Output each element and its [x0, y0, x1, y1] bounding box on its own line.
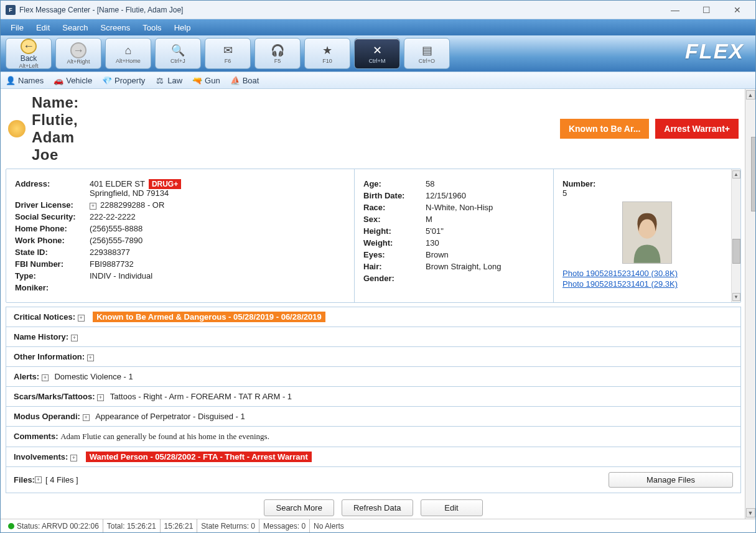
photo-link-1[interactable]: Photo 19052815231400 (30.8K) [562, 269, 732, 278]
mugshot-photo[interactable] [622, 202, 672, 264]
close-button[interactable]: ✕ [728, 5, 747, 15]
category-names[interactable]: 👤Names [6, 75, 44, 85]
section-involvements: Involvements: + Wanted Person - 05/28/20… [6, 447, 741, 467]
window-title: Flex Message Center - [Name - Flutie, Ad… [19, 6, 666, 14]
menu-file[interactable]: File [11, 23, 24, 32]
boat-icon: ⛵ [230, 75, 240, 85]
toolbar-button-f6[interactable]: ✉F6 [205, 38, 251, 69]
section-other-information: Other Information: + [6, 347, 741, 367]
manage-files-button[interactable]: Manage Files [609, 472, 733, 488]
toolbar-button-back[interactable]: ←BackAlt+Left [6, 38, 52, 69]
expand-icon[interactable]: + [97, 394, 104, 401]
scroll-down-icon[interactable]: ▼ [732, 293, 740, 301]
toolbar-button-alt-home[interactable]: ⌂Alt+Home [105, 38, 151, 69]
critical-notice-tag: Known to Be Armed & Dangerous - 05/28/20… [93, 312, 325, 322]
physical-row: Birth Date:12/15/1960 [363, 191, 544, 200]
scroll-down-icon[interactable]: ▼ [746, 508, 755, 517]
scroll-up-icon[interactable]: ▲ [746, 90, 755, 100]
toolbar-button-f5[interactable]: 🎧F5 [254, 38, 301, 69]
toolbar-icon: ▤ [419, 43, 434, 58]
toolbar-icon: ✉ [220, 43, 235, 58]
expand-icon[interactable]: + [71, 335, 78, 341]
section-files: Files: + [ 4 Files ] Manage Files [6, 467, 741, 493]
category-vehicle[interactable]: 🚗Vehicle [54, 75, 92, 85]
identity-row: Type:INDIV - Individual [15, 271, 345, 280]
category-property[interactable]: 💎Property [102, 75, 145, 85]
scroll-thumb[interactable] [732, 239, 740, 264]
app-window: F Flex Message Center - [Name - Flutie, … [0, 0, 756, 533]
identity-row: Driver License:+2288299288 - OR [15, 200, 345, 210]
category-law[interactable]: ⚖Law [155, 75, 182, 85]
photo-link-2[interactable]: Photo 19052815231401 (29.3K) [562, 279, 732, 289]
category-boat[interactable]: ⛵Boat [230, 75, 259, 85]
expand-icon[interactable]: + [70, 455, 77, 461]
menu-search[interactable]: Search [62, 23, 88, 32]
drug-tag: DRUG+ [149, 179, 181, 189]
physical-row: Eyes:Brown [363, 250, 544, 259]
toolbar-icon: ← [21, 39, 37, 54]
status-dot-icon [8, 523, 14, 529]
menu-edit[interactable]: Edit [36, 23, 50, 32]
identity-row: Address:401 ELDER STDRUG+Springfield, ND… [15, 179, 345, 198]
menu-help[interactable]: Help [174, 23, 191, 32]
section-modus-operandi: Modus Operandi: + Appearance of Perpetra… [6, 407, 741, 427]
toolbar-button-ctrl-j[interactable]: 🔍Ctrl+J [155, 38, 201, 69]
expand-icon[interactable]: + [87, 355, 94, 361]
page-title: Name: Flutie, Adam Joe [32, 94, 79, 164]
refresh-data-button[interactable]: Refresh Data [342, 499, 413, 516]
category-toolbar: 👤Names🚗Vehicle💎Property⚖Law🔫Gun⛵Boat [1, 72, 755, 89]
toolbar-button-ctrl-o[interactable]: ▤Ctrl+O [404, 38, 450, 69]
toolbar-icon: 🔍 [170, 43, 185, 58]
menu-screens[interactable]: Screens [101, 23, 131, 32]
toolbar: ←BackAlt+Left→Alt+Right⌂Alt+Home🔍Ctrl+J✉… [1, 35, 755, 72]
identity-row: State ID:229388377 [15, 248, 345, 257]
window-controls: — ☐ ✕ [666, 5, 750, 15]
toolbar-button-ctrl-m[interactable]: ✕Ctrl+M [354, 38, 400, 69]
section-name-history: Name History: + [6, 327, 741, 347]
identity-row: Moniker: [15, 283, 345, 292]
physical-row: Gender: [363, 274, 544, 283]
physical-row: Age:58 [363, 179, 544, 188]
toolbar-icon: ★ [320, 43, 335, 58]
category-gun[interactable]: 🔫Gun [192, 75, 220, 85]
arrest-warrant-badge[interactable]: Arrest Warrant+ [655, 119, 739, 139]
physical-row: Weight:130 [363, 238, 544, 248]
record-header: Name: Flutie, Adam Joe Known to Be Ar...… [6, 93, 741, 169]
scroll-thumb[interactable] [751, 137, 755, 211]
number-label: Number: [562, 179, 637, 188]
toolbar-icon: ✕ [370, 43, 385, 58]
menu-tools[interactable]: Tools [142, 23, 161, 32]
physical-row: Height:5'01" [363, 226, 544, 236]
section-critical-notices: Critical Notices: + Known to Be Armed & … [6, 307, 741, 327]
menubar: FileEditSearchScreensToolsHelp [1, 19, 755, 35]
identity-row: Home Phone:(256)555-8888 [15, 224, 345, 233]
section-comments: Comments: Adam Flutie can generally be f… [6, 427, 741, 447]
known-armed-badge[interactable]: Known to Be Ar... [560, 119, 649, 139]
toolbar-icon: → [70, 42, 86, 58]
search-more-button[interactable]: Search More [264, 499, 334, 516]
toolbar-button-f10[interactable]: ★F10 [304, 38, 350, 69]
alert-badges: Known to Be Ar... Arrest Warrant+ [560, 119, 739, 139]
property-icon: 💎 [102, 75, 112, 85]
expand-icon[interactable]: + [90, 203, 96, 210]
toolbar-icon: 🎧 [270, 43, 285, 58]
status-total: Total: 15:26:21 [103, 519, 161, 532]
scroll-up-icon[interactable]: ▲ [732, 170, 740, 178]
edit-button[interactable]: Edit [421, 499, 483, 516]
expand-icon[interactable]: + [35, 476, 42, 483]
content-area: Name: Flutie, Adam Joe Known to Be Ar...… [1, 89, 755, 519]
expand-icon[interactable]: + [83, 414, 90, 421]
photo-panel-scrollbar[interactable]: ▲ ▼ [731, 169, 740, 302]
panel-physical: Age:58Birth Date:12/15/1960Race:N-White,… [355, 169, 554, 302]
minimize-button[interactable]: — [666, 5, 684, 15]
maximize-button[interactable]: ☐ [697, 5, 716, 15]
physical-row: Race:N-White, Non-Hisp [363, 203, 544, 212]
action-buttons: Search More Refresh Data Edit [6, 493, 741, 519]
main-scrollbar[interactable]: ▲ ▼ [745, 89, 755, 519]
expand-icon[interactable]: + [42, 374, 49, 381]
expand-icon[interactable]: + [78, 315, 85, 322]
toolbar-button-alt-right[interactable]: →Alt+Right [55, 38, 101, 69]
statusbar: Status: ARRVD 00:22:06 Total: 15:26:21 1… [1, 519, 755, 532]
person-icon [8, 120, 26, 137]
section-smt: Scars/Marks/Tattoos: + Tattoos - Right -… [6, 387, 741, 407]
